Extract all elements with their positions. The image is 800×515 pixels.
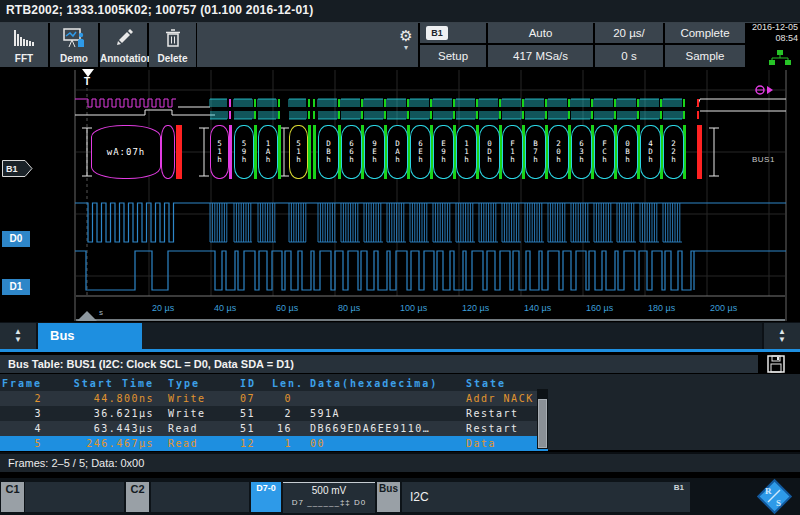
table-cell: 12 <box>238 436 272 451</box>
bus-frame-box: 0 D h <box>479 125 500 179</box>
trigger-mode-cell[interactable]: Auto <box>488 23 593 43</box>
frames-summary: Frames: 2–5 / 5; Data: 0x00 <box>0 452 800 472</box>
status-grid: B1 Setup Auto 417 MSa/s 20 µs/ 0 s Compl… <box>420 23 750 67</box>
timebase-cell[interactable]: 20 µs/ <box>595 23 663 43</box>
table-cell: 1 <box>272 436 308 451</box>
bus-table-row[interactable]: 5246.467µsRead12100Data <box>0 436 548 451</box>
waveform-display[interactable]: T B1 D0 D1 BUS1 s wA:07h5 1 h5 9 h1 A h5… <box>0 68 800 322</box>
setup-button[interactable]: Setup <box>420 45 486 67</box>
digital-group-panel[interactable]: 500 mV D7 ______‡‡ D0 <box>283 482 375 513</box>
table-cell: Write <box>160 391 238 406</box>
table-cell: 44.800ns <box>48 391 160 406</box>
table-cell: Data(hexadecima) <box>308 376 448 391</box>
bus-frame-box <box>161 125 175 179</box>
digital-d7-0-tab[interactable]: D7-0 <box>251 482 281 512</box>
network-status-icon <box>768 50 792 66</box>
settings-gear-icon[interactable]: ⚙▾ <box>396 27 416 53</box>
bus-table-row[interactable]: 244.800nsWrite070Addr NACK <box>0 391 548 406</box>
bus-frame-box: 6 3 h <box>571 125 592 179</box>
table-cell: 591A <box>308 406 448 421</box>
digital-channel-range: D7 ______‡‡ D0 <box>283 498 375 508</box>
bus-frame-box: 6 6 h <box>341 125 362 179</box>
time-axis-label: 180 µs <box>648 303 675 313</box>
channel-d1-tag[interactable]: D1 <box>2 279 30 295</box>
demo-button[interactable]: Demo <box>50 23 98 67</box>
table-cell: 16 <box>272 421 308 436</box>
time-axis-label: 160 µs <box>586 303 613 313</box>
toolbar: FFT Demo Annotation <box>0 23 418 67</box>
delete-button[interactable]: Delete <box>149 23 196 67</box>
trigger-time-axis-marker-icon[interactable] <box>77 311 97 321</box>
bus-table-row[interactable]: 463.443µsRead5116DB669EDA6EE9110…Restart <box>0 421 548 436</box>
sample-rate-cell[interactable]: 417 MSa/s <box>488 45 593 67</box>
trash-icon <box>149 27 196 49</box>
bus-frame-box: 9 E h <box>364 125 385 179</box>
table-cell: Start Time <box>48 376 160 391</box>
toolbar-spacer <box>197 23 418 67</box>
fft-button[interactable]: FFT <box>0 23 48 67</box>
table-cell: 07 <box>238 391 272 406</box>
date-text: 2016-12-05 <box>747 22 798 33</box>
bus-frame-box: 1 A h <box>258 125 278 179</box>
bus-frame-ack-bar <box>229 125 232 179</box>
scrollbar-thumb[interactable] <box>538 399 547 448</box>
channel-c1-panel[interactable] <box>25 482 124 512</box>
table-cell: Read <box>160 421 238 436</box>
bus-protocol-label: I2C <box>410 482 429 512</box>
waveform-plot <box>0 68 800 322</box>
bus-frame-box: 4 D h <box>640 125 661 179</box>
channel-c2-panel[interactable] <box>151 482 249 512</box>
channel-d0-tag[interactable]: D0 <box>2 231 30 247</box>
acquisition-mode-cell[interactable]: Sample <box>665 45 745 67</box>
table-cell: 63.443µs <box>48 421 160 436</box>
bus-table-header-row: FrameStart TimeTypeIDLen.Data(hexadecima… <box>0 376 548 391</box>
tab-scroll-left-button[interactable]: ▲▼ <box>0 323 36 349</box>
tab-bus[interactable]: Bus <box>38 323 142 349</box>
svg-text:R: R <box>765 486 772 496</box>
tab-scroll-right-button[interactable]: ▲▼ <box>764 323 800 349</box>
time-text: 08:54 <box>747 33 798 44</box>
digital-scale-value: 500 mV <box>283 483 375 498</box>
bus-frame-box: F 1 h <box>502 125 523 179</box>
horizontal-position-cell[interactable]: 0 s <box>595 45 663 67</box>
time-origin-label: s <box>99 308 103 317</box>
demo-button-label: Demo <box>50 53 98 64</box>
table-cell: 4 <box>0 421 48 436</box>
table-cell: Read <box>160 436 238 451</box>
table-cell: 246.467µs <box>48 436 160 451</box>
table-cell: Len. <box>272 376 308 391</box>
bus-b1-tag[interactable]: B1 <box>2 160 34 177</box>
table-cell: Frame <box>0 376 48 391</box>
bus-table: FrameStart TimeTypeIDLen.Data(hexadecima… <box>0 374 800 450</box>
bus-frame-box: D A h <box>387 125 408 179</box>
bus-frame-ack-bar <box>308 125 311 179</box>
fft-button-label: FFT <box>0 53 48 64</box>
bus-frame-box: wA:07h <box>91 125 161 179</box>
annotation-button[interactable]: Annotation <box>100 23 147 67</box>
bus-table-title: Bus Table: BUS1 (I2C: Clock SCL = D0, Da… <box>0 355 758 373</box>
bus-frame-box: F C h <box>594 125 615 179</box>
trigger-symbol: T <box>84 76 90 87</box>
bus-frame-box: 2 0 h <box>548 125 569 179</box>
table-cell: 2 <box>0 391 48 406</box>
acquisition-state-cell[interactable]: Complete <box>665 23 745 43</box>
channel-c1-tab[interactable]: C1 <box>1 482 24 512</box>
time-axis-label: 80 µs <box>338 303 360 313</box>
save-icon[interactable] <box>766 355 786 373</box>
time-axis-label: 200 µs <box>710 303 737 313</box>
table-scrollbar[interactable] <box>537 389 548 449</box>
table-cell: 51 <box>238 406 272 421</box>
datetime-display: 2016-12-05 08:54 <box>747 22 798 46</box>
bus-table-row[interactable]: 336.621µsWrite512591ARestart <box>0 406 548 421</box>
bottom-channel-bar: C1 C2 D7-0 500 mV D7 ______‡‡ D0 Bus I2C… <box>0 478 800 515</box>
bus-frame-box: E 9 h <box>433 125 454 179</box>
time-axis-label: 120 µs <box>462 303 489 313</box>
bus-badge-cell[interactable]: B1 <box>420 23 486 43</box>
bus-frame-ack-bar <box>254 125 257 179</box>
channel-c2-tab[interactable]: C2 <box>126 482 149 512</box>
bus-tab[interactable]: Bus <box>377 482 400 512</box>
bus-b1-panel[interactable]: I2C B1 <box>402 482 690 512</box>
bus-frame-nack-bar <box>697 125 702 179</box>
bus-frame-box: 6 E h <box>410 125 431 179</box>
rohde-schwarz-logo: R S <box>752 478 796 515</box>
